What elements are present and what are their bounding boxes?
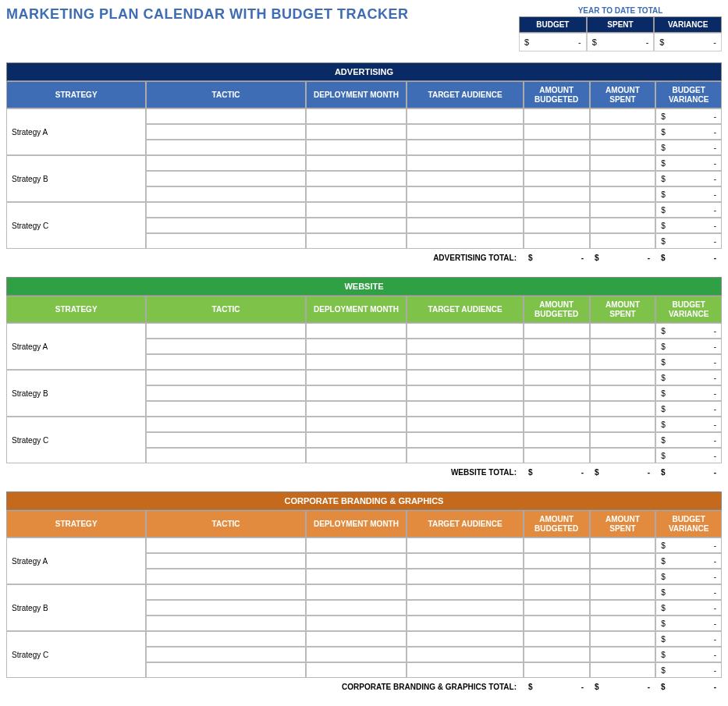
deploy-cell[interactable]	[306, 385, 407, 401]
deploy-cell[interactable]	[306, 171, 407, 186]
strategy-cell[interactable]	[6, 417, 146, 432]
tactic-cell[interactable]	[146, 354, 305, 370]
deploy-cell[interactable]	[306, 401, 407, 417]
variance-cell[interactable]: $-	[655, 171, 722, 186]
budgeted-cell[interactable]	[524, 323, 590, 339]
target-cell[interactable]	[407, 202, 524, 218]
strategy-label[interactable]: Strategy A	[6, 339, 146, 354]
deploy-cell[interactable]	[306, 155, 407, 171]
strategy-cell[interactable]	[6, 140, 146, 155]
tactic-cell[interactable]	[146, 370, 305, 385]
deploy-cell[interactable]	[306, 323, 407, 339]
strategy-cell[interactable]	[6, 584, 146, 600]
variance-cell[interactable]: $-	[655, 186, 722, 202]
budgeted-cell[interactable]	[524, 385, 590, 401]
variance-cell[interactable]: $-	[655, 140, 722, 155]
variance-cell[interactable]: $-	[655, 124, 722, 140]
ytd-budget-value[interactable]: $-	[519, 33, 587, 51]
tactic-cell[interactable]	[146, 202, 305, 218]
target-cell[interactable]	[407, 662, 524, 678]
spent-cell[interactable]	[590, 584, 656, 600]
variance-cell[interactable]: $-	[655, 631, 722, 647]
target-cell[interactable]	[407, 448, 524, 463]
strategy-label[interactable]: Strategy B	[6, 600, 146, 616]
spent-cell[interactable]	[590, 323, 656, 339]
tactic-cell[interactable]	[146, 186, 305, 202]
budgeted-cell[interactable]	[524, 448, 590, 463]
strategy-label[interactable]: Strategy A	[6, 553, 146, 569]
variance-cell[interactable]: $-	[655, 432, 722, 448]
spent-cell[interactable]	[590, 553, 656, 569]
tactic-cell[interactable]	[146, 108, 305, 124]
target-cell[interactable]	[407, 647, 524, 662]
target-cell[interactable]	[407, 108, 524, 124]
budgeted-cell[interactable]	[524, 140, 590, 155]
budgeted-cell[interactable]	[524, 108, 590, 124]
spent-cell[interactable]	[590, 569, 656, 584]
deploy-cell[interactable]	[306, 202, 407, 218]
variance-cell[interactable]: $-	[655, 323, 722, 339]
budgeted-cell[interactable]	[524, 124, 590, 140]
budgeted-cell[interactable]	[524, 218, 590, 233]
strategy-label[interactable]: Strategy C	[6, 647, 146, 662]
budgeted-cell[interactable]	[524, 600, 590, 616]
target-cell[interactable]	[407, 124, 524, 140]
tactic-cell[interactable]	[146, 631, 305, 647]
deploy-cell[interactable]	[306, 417, 407, 432]
budgeted-cell[interactable]	[524, 417, 590, 432]
spent-cell[interactable]	[590, 385, 656, 401]
spent-cell[interactable]	[590, 108, 656, 124]
spent-cell[interactable]	[590, 339, 656, 354]
tactic-cell[interactable]	[146, 339, 305, 354]
strategy-cell[interactable]	[6, 631, 146, 647]
tactic-cell[interactable]	[146, 140, 305, 155]
variance-cell[interactable]: $-	[655, 108, 722, 124]
variance-cell[interactable]: $-	[655, 385, 722, 401]
tactic-cell[interactable]	[146, 616, 305, 631]
variance-cell[interactable]: $-	[655, 647, 722, 662]
target-cell[interactable]	[407, 339, 524, 354]
strategy-cell[interactable]	[6, 401, 146, 417]
target-cell[interactable]	[407, 155, 524, 171]
variance-cell[interactable]: $-	[655, 584, 722, 600]
spent-cell[interactable]	[590, 354, 656, 370]
tactic-cell[interactable]	[146, 662, 305, 678]
ytd-spent-value[interactable]: $-	[587, 33, 655, 51]
variance-cell[interactable]: $-	[655, 339, 722, 354]
budgeted-cell[interactable]	[524, 155, 590, 171]
strategy-label[interactable]: Strategy A	[6, 124, 146, 140]
budgeted-cell[interactable]	[524, 339, 590, 354]
strategy-cell[interactable]	[6, 569, 146, 584]
spent-cell[interactable]	[590, 432, 656, 448]
deploy-cell[interactable]	[306, 553, 407, 569]
budgeted-cell[interactable]	[524, 662, 590, 678]
deploy-cell[interactable]	[306, 218, 407, 233]
spent-cell[interactable]	[590, 647, 656, 662]
variance-cell[interactable]: $-	[655, 354, 722, 370]
strategy-cell[interactable]	[6, 155, 146, 171]
budgeted-cell[interactable]	[524, 553, 590, 569]
deploy-cell[interactable]	[306, 616, 407, 631]
tactic-cell[interactable]	[146, 218, 305, 233]
budgeted-cell[interactable]	[524, 584, 590, 600]
budgeted-cell[interactable]	[524, 631, 590, 647]
target-cell[interactable]	[407, 218, 524, 233]
variance-cell[interactable]: $-	[655, 202, 722, 218]
target-cell[interactable]	[407, 140, 524, 155]
target-cell[interactable]	[407, 401, 524, 417]
budgeted-cell[interactable]	[524, 354, 590, 370]
spent-cell[interactable]	[590, 662, 656, 678]
target-cell[interactable]	[407, 385, 524, 401]
budgeted-cell[interactable]	[524, 186, 590, 202]
deploy-cell[interactable]	[306, 108, 407, 124]
strategy-cell[interactable]	[6, 537, 146, 553]
spent-cell[interactable]	[590, 202, 656, 218]
deploy-cell[interactable]	[306, 186, 407, 202]
spent-cell[interactable]	[590, 616, 656, 631]
spent-cell[interactable]	[590, 155, 656, 171]
tactic-cell[interactable]	[146, 417, 305, 432]
spent-cell[interactable]	[590, 370, 656, 385]
tactic-cell[interactable]	[146, 233, 305, 249]
strategy-label[interactable]: Strategy C	[6, 432, 146, 448]
spent-cell[interactable]	[590, 448, 656, 463]
